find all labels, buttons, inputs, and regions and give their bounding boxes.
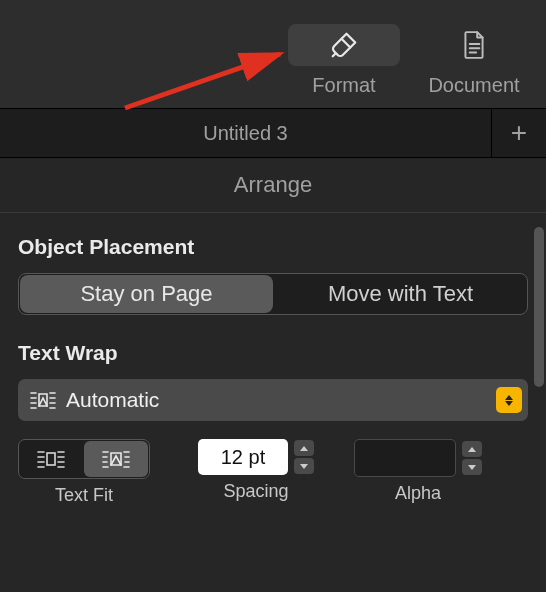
spacing-input[interactable] bbox=[198, 439, 288, 475]
alpha-step-up[interactable] bbox=[462, 441, 482, 457]
document-tool[interactable]: Document bbox=[418, 24, 530, 97]
alpha-step-down[interactable] bbox=[462, 459, 482, 475]
dropdown-arrows-icon bbox=[496, 387, 522, 413]
wrap-controls-row: Text Fit Spacing Alpha bbox=[18, 439, 528, 506]
spacing-stepper bbox=[294, 440, 314, 474]
text-wrap-dropdown[interactable]: Automatic bbox=[18, 379, 528, 421]
object-placement-segmented: Stay on Page Move with Text bbox=[18, 273, 528, 315]
format-tool-label: Format bbox=[312, 74, 375, 97]
add-tab-button[interactable]: + bbox=[492, 109, 546, 157]
text-fit-group: Text Fit bbox=[18, 439, 150, 506]
top-toolbar: Format Document bbox=[0, 0, 546, 108]
spacing-label: Spacing bbox=[223, 481, 288, 502]
text-wrap-value: Automatic bbox=[66, 388, 486, 412]
format-tool[interactable]: Format bbox=[288, 24, 400, 97]
document-tab-title: Untitled 3 bbox=[203, 122, 288, 145]
stay-on-page-label: Stay on Page bbox=[80, 281, 212, 307]
document-tab[interactable]: Untitled 3 bbox=[0, 109, 492, 157]
stay-on-page-option[interactable]: Stay on Page bbox=[20, 275, 273, 313]
inspector-tab-arrange[interactable]: Arrange bbox=[0, 158, 546, 213]
move-with-text-option[interactable]: Move with Text bbox=[274, 274, 527, 314]
paintbrush-icon bbox=[288, 24, 400, 66]
alpha-label: Alpha bbox=[395, 483, 441, 504]
fit-tight-icon bbox=[36, 448, 66, 470]
text-fit-segmented bbox=[18, 439, 150, 479]
text-fit-loose[interactable] bbox=[84, 441, 148, 477]
text-wrap-label: Text Wrap bbox=[18, 341, 528, 365]
wrap-auto-icon bbox=[30, 390, 56, 410]
move-with-text-label: Move with Text bbox=[328, 281, 473, 307]
spacing-step-up[interactable] bbox=[294, 440, 314, 456]
alpha-field bbox=[354, 439, 482, 477]
document-icon bbox=[418, 24, 530, 66]
text-fit-label: Text Fit bbox=[55, 485, 113, 506]
tab-bar: Untitled 3 + bbox=[0, 108, 546, 158]
document-tool-label: Document bbox=[428, 74, 519, 97]
arrange-panel: Object Placement Stay on Page Move with … bbox=[0, 213, 546, 592]
fit-loose-icon bbox=[101, 448, 131, 470]
spacing-group: Spacing bbox=[198, 439, 314, 502]
alpha-group: Alpha bbox=[354, 439, 482, 504]
panel-scrollbar[interactable] bbox=[534, 227, 544, 581]
spacing-step-down[interactable] bbox=[294, 458, 314, 474]
text-fit-tight[interactable] bbox=[19, 440, 83, 478]
svg-line-0 bbox=[125, 54, 280, 108]
svg-rect-16 bbox=[47, 453, 55, 465]
inspector-tab-label: Arrange bbox=[234, 172, 312, 198]
annotation-arrow bbox=[120, 48, 300, 118]
scroll-thumb[interactable] bbox=[534, 227, 544, 387]
alpha-stepper bbox=[462, 441, 482, 475]
alpha-input[interactable] bbox=[354, 439, 456, 477]
spacing-field bbox=[198, 439, 314, 475]
plus-icon: + bbox=[511, 117, 527, 149]
object-placement-label: Object Placement bbox=[18, 235, 528, 259]
